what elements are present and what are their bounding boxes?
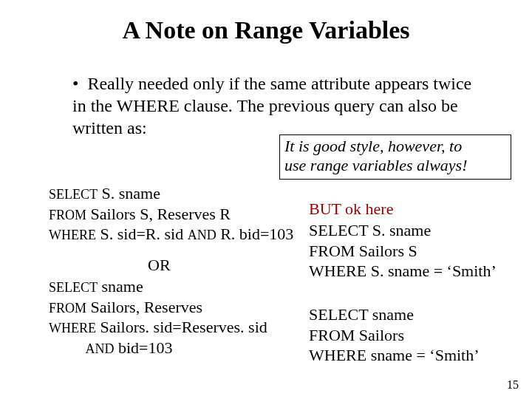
- query-3-header: BUT ok here: [309, 200, 393, 219]
- keyword-select: SELECT: [49, 187, 98, 202]
- q2-from: Sailors, Reserves: [86, 298, 202, 316]
- keyword-and: AND: [188, 228, 216, 242]
- callout-line-2: use range variables always!: [284, 156, 467, 174]
- bullet-marker: •: [72, 74, 78, 93]
- q4-line-1: SELECT sname: [309, 305, 414, 324]
- query-block-4: SELECT sname FROM Sailors WHERE sname = …: [309, 304, 480, 366]
- keyword-where: WHERE: [49, 321, 96, 335]
- q3-line-1: SELECT S. sname: [309, 221, 431, 239]
- page-number: 15: [507, 378, 519, 392]
- q2-where: Sailors. sid=Reserves. sid: [96, 318, 267, 336]
- callout-box: It is good style, however, to use range …: [279, 134, 511, 180]
- q3-line-2: FROM Sailors S: [309, 242, 417, 260]
- query-block-3: SELECT S. sname FROM Sailors S WHERE S. …: [309, 220, 497, 282]
- q4-line-3: WHERE sname = ‘Smith’: [309, 346, 480, 364]
- query-block-1: SELECT S. sname FROM Sailors S, Reserves…: [49, 183, 293, 245]
- q4-line-2: FROM Sailors: [309, 326, 404, 344]
- q1-and: R. bid=103: [216, 225, 294, 243]
- query-block-2: SELECT sname FROM Sailors, Reserves WHER…: [49, 276, 267, 358]
- or-label: OR: [148, 256, 171, 275]
- slide-title: A Note on Range Variables: [0, 16, 532, 44]
- keyword-and: AND: [86, 341, 115, 356]
- q3-line-3: WHERE S. sname = ‘Smith’: [309, 262, 497, 280]
- q1-where: S. sid=R. sid: [96, 225, 188, 243]
- keyword-where: WHERE: [49, 228, 96, 242]
- keyword-select: SELECT: [49, 280, 98, 295]
- keyword-from: FROM: [49, 208, 86, 222]
- q2-select: sname: [98, 277, 143, 296]
- q1-from: Sailors S, Reserves R: [86, 205, 231, 223]
- keyword-from: FROM: [49, 301, 86, 316]
- bullet-block: • Really needed only if the same attribu…: [72, 72, 486, 139]
- q1-select: S. sname: [98, 184, 160, 202]
- slide: A Note on Range Variables • Really neede…: [0, 0, 532, 399]
- bullet-text: Really needed only if the same attribute…: [72, 74, 471, 137]
- q2-tail: bid=103: [115, 338, 173, 357]
- callout-line-1: It is good style, however, to: [284, 137, 462, 155]
